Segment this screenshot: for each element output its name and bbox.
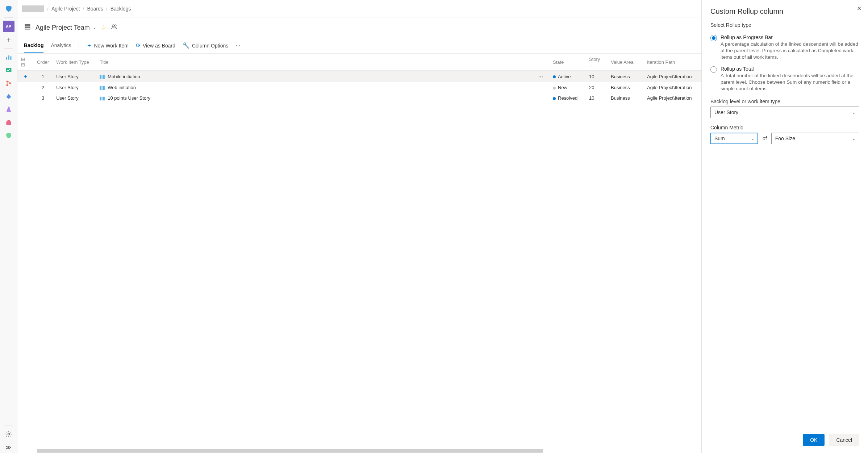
- rollup-type-label: Select Rollup type: [710, 22, 859, 28]
- add-project-button[interactable]: ＋: [3, 34, 14, 45]
- svg-rect-23: [103, 96, 105, 100]
- row-actions-icon[interactable]: ⋯: [538, 74, 543, 79]
- project-avatar[interactable]: AP: [3, 21, 14, 32]
- product-icon[interactable]: [3, 3, 14, 14]
- backlog-icon: [24, 23, 31, 32]
- nav-dashboards-icon[interactable]: [3, 51, 14, 63]
- nav-artifacts-icon[interactable]: [3, 117, 14, 128]
- view-as-board-button[interactable]: ⟳View as Board: [136, 42, 175, 49]
- backlog-level-label: Backlog level or work item type: [710, 99, 859, 104]
- svg-rect-17: [103, 75, 105, 79]
- team-name[interactable]: Agile Project Team: [36, 24, 90, 32]
- svg-point-14: [114, 25, 116, 26]
- tab-analytics[interactable]: Analytics: [51, 42, 71, 53]
- svg-point-9: [8, 433, 9, 435]
- svg-rect-0: [6, 57, 7, 60]
- backlog-toolbar: Backlog Analytics ＋New Work Item ⟳View a…: [17, 38, 701, 54]
- cell-order: 3: [33, 93, 53, 103]
- expand-collapse-header[interactable]: ⊞ ⊟: [17, 54, 33, 71]
- table-row[interactable]: 2User StoryWeb initiation⋯New20BusinessA…: [17, 82, 701, 93]
- new-work-item-button[interactable]: ＋New Work Item: [86, 42, 129, 49]
- nav-pipelines-icon[interactable]: [3, 91, 14, 102]
- svg-rect-2: [10, 57, 11, 60]
- cell-title[interactable]: Web initiation: [96, 82, 535, 93]
- main-area: / Agile Project / Boards / Backlogs Agil…: [17, 0, 701, 453]
- nav-testplans-icon[interactable]: [3, 104, 14, 115]
- col-story-points[interactable]: Story …: [585, 54, 607, 71]
- collapse-rail-icon[interactable]: ≫: [3, 441, 14, 453]
- col-order[interactable]: Order: [33, 54, 53, 71]
- col-title[interactable]: Title: [96, 54, 535, 71]
- favorite-star-icon[interactable]: ☆: [101, 24, 107, 32]
- breadcrumb: / Agile Project / Boards / Backlogs: [17, 0, 701, 17]
- svg-rect-11: [25, 26, 30, 27]
- horizontal-scrollbar[interactable]: [17, 448, 701, 453]
- cell-work-item-type: User Story: [53, 93, 96, 103]
- radio-option-title: Rollup as Progress Bar: [721, 34, 859, 40]
- left-nav-rail: AP ＋ ≫: [0, 0, 17, 453]
- nav-repos-icon[interactable]: [3, 78, 14, 89]
- rollup-total-radio[interactable]: Rollup as TotalA Total number of the lin…: [710, 66, 859, 92]
- cell-iteration: Agile Project\Iteration: [643, 71, 701, 83]
- col-iteration-path[interactable]: Iteration Path: [643, 54, 701, 71]
- cancel-button[interactable]: Cancel: [829, 434, 859, 446]
- ok-button[interactable]: OK: [803, 434, 825, 446]
- cell-story-points: 20: [585, 82, 607, 93]
- cell-order: 2: [33, 82, 53, 93]
- breadcrumb-project[interactable]: Agile Project: [51, 6, 80, 12]
- cell-state: Active: [549, 71, 585, 83]
- nav-boards-icon[interactable]: [3, 65, 14, 76]
- panel-footer: OK Cancel: [710, 434, 859, 446]
- more-actions-icon[interactable]: ⋯: [235, 43, 241, 49]
- team-header: Agile Project Team ⌄ ☆: [17, 17, 701, 38]
- cell-value-area: Business: [607, 82, 643, 93]
- table-row[interactable]: 3User Story10 points User Story⋯Resolved…: [17, 93, 701, 103]
- metric-field-select[interactable]: Foo Size⌄: [771, 133, 859, 144]
- svg-point-13: [112, 25, 114, 27]
- radio-option-title: Rollup as Total: [721, 66, 859, 72]
- svg-rect-18: [100, 86, 101, 90]
- add-child-icon[interactable]: ＋: [23, 74, 28, 79]
- col-work-item-type[interactable]: Work Item Type: [53, 54, 96, 71]
- user-story-icon: [100, 75, 105, 79]
- column-metric-label: Column Metric: [710, 125, 859, 130]
- svg-rect-10: [25, 24, 30, 25]
- radio-dot-icon: [710, 35, 717, 41]
- breadcrumb-boards[interactable]: Boards: [87, 6, 103, 12]
- radio-option-description: A percentage calculation of the linked d…: [721, 41, 859, 61]
- close-icon[interactable]: ✕: [857, 5, 861, 12]
- svg-point-5: [6, 84, 8, 86]
- settings-icon[interactable]: [3, 428, 14, 440]
- cell-story-points: 10: [585, 93, 607, 103]
- user-story-icon: [100, 86, 105, 90]
- backlog-grid: ⊞ ⊟ Order Work Item Type Title State Sto…: [17, 54, 701, 448]
- cell-work-item-type: User Story: [53, 71, 96, 83]
- radio-dot-icon: [710, 66, 717, 73]
- svg-rect-20: [103, 86, 105, 90]
- col-value-area[interactable]: Value Area: [607, 54, 643, 71]
- table-row[interactable]: ＋1User StoryMobile initiation⋯Active10Bu…: [17, 71, 701, 83]
- svg-rect-21: [100, 96, 101, 100]
- breadcrumb-backlogs[interactable]: Backlogs: [110, 6, 131, 12]
- svg-rect-15: [100, 75, 101, 79]
- rollup-progress-bar-radio[interactable]: Rollup as Progress BarA percentage calcu…: [710, 34, 859, 61]
- backlog-level-select[interactable]: User Story⌄: [710, 107, 859, 118]
- metric-aggregate-select[interactable]: Sum⌄: [710, 133, 758, 144]
- svg-rect-8: [7, 120, 10, 122]
- cell-title[interactable]: 10 points User Story: [96, 93, 535, 103]
- cell-state: Resolved: [549, 93, 585, 103]
- cell-work-item-type: User Story: [53, 82, 96, 93]
- metric-of-label: of: [763, 136, 767, 141]
- team-picker-chevron-icon[interactable]: ⌄: [93, 25, 96, 30]
- cell-iteration: Agile Project\Iteration: [643, 82, 701, 93]
- svg-rect-1: [8, 55, 9, 60]
- cell-title[interactable]: Mobile initiation: [96, 71, 535, 83]
- tab-backlog[interactable]: Backlog: [24, 42, 43, 53]
- custom-rollup-panel: ✕ Custom Rollup column Select Rollup typ…: [701, 0, 868, 453]
- nav-security-icon[interactable]: [3, 130, 14, 141]
- org-name-redacted: [22, 5, 44, 12]
- team-members-icon[interactable]: [111, 24, 117, 32]
- svg-rect-19: [102, 86, 103, 90]
- column-options-button[interactable]: 🔧Column Options: [183, 42, 228, 49]
- col-state[interactable]: State: [549, 54, 585, 71]
